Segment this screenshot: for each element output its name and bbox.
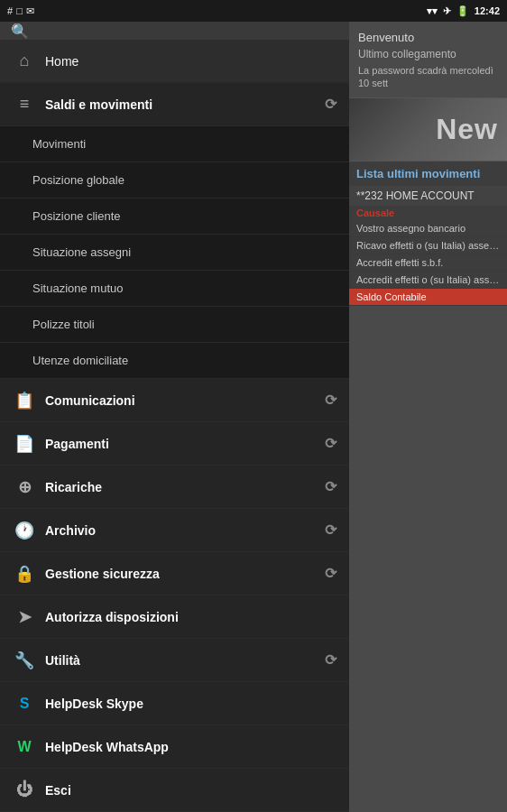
- nav-item-comunicazioni[interactable]: 📋 Comunicazioni ⟳: [0, 379, 349, 422]
- icon-hash: #: [7, 5, 13, 16]
- nav-label-utilita: Utilità: [45, 653, 335, 668]
- pagamenti-badge: ⟳: [325, 435, 336, 452]
- status-left-icons: # □ ✉: [7, 5, 34, 17]
- skype-icon: S: [14, 696, 34, 712]
- nav-label-posizione-globale: Posizione globale: [32, 173, 335, 187]
- status-right-icons: ▾▾ ✈ 🔋 12:42: [427, 5, 500, 17]
- nav-item-whatsapp[interactable]: W HelpDesk WhatsApp: [0, 725, 349, 769]
- utilita-icon: 🔧: [14, 651, 34, 670]
- icon-envelope: ✉: [26, 5, 34, 17]
- gestione-sicurezza-icon: 🔒: [14, 564, 34, 584]
- causale-header: Causale: [349, 206, 507, 220]
- nav-label-skype: HelpDesk Skype: [45, 697, 335, 711]
- status-bar: # □ ✉ ▾▾ ✈ 🔋 12:42: [0, 0, 507, 22]
- wifi-icon: ▾▾: [427, 5, 438, 17]
- movement-item-2[interactable]: Accredit effetti s.b.f.: [349, 254, 507, 272]
- archivio-badge: ⟳: [325, 521, 336, 539]
- nav-sub-movimenti[interactable]: Movimenti: [0, 126, 349, 162]
- battery-icon: 🔋: [456, 5, 469, 17]
- account-label: **232 HOME ACCOUNT: [349, 186, 507, 206]
- movement-item-0[interactable]: Vostro assegno bancario: [349, 220, 507, 237]
- movements-title: Lista ultimi movimenti: [349, 161, 507, 186]
- movements-section: Lista ultimi movimenti **232 HOME ACCOUN…: [349, 161, 507, 812]
- icon-square: □: [16, 5, 23, 16]
- nav-sub-polizze-titoli[interactable]: Polizze titoli: [0, 307, 349, 343]
- airplane-icon: ✈: [443, 5, 451, 17]
- archivio-icon: 🕐: [14, 521, 34, 540]
- new-banner-text: New: [436, 113, 498, 146]
- nav-label-polizze-titoli: Polizze titoli: [32, 318, 335, 331]
- nav-item-home[interactable]: ⌂ Home: [0, 40, 349, 83]
- nav-item-saldi[interactable]: ≡ Saldi e movimenti ⟳: [0, 83, 349, 126]
- pagamenti-icon: 📄: [14, 434, 34, 454]
- last-login-text: Ultimo collegamento: [358, 48, 498, 60]
- nav-item-utilita[interactable]: 🔧 Utilità ⟳: [0, 639, 349, 682]
- comunicazioni-icon: 📋: [14, 391, 34, 411]
- new-banner: New: [349, 98, 507, 161]
- password-warning-text: La password scadrà mercoledì 10 sett: [358, 64, 498, 90]
- saldi-badge: ⟳: [325, 96, 336, 113]
- welcome-text: Benvenuto: [358, 31, 498, 44]
- left-panel: 🔍 ⌂ Home ≡ Saldi e movimenti ⟳ Movimenti…: [0, 22, 349, 812]
- movement-item-1[interactable]: Ricavo effetti o (su Italia) assegni n..…: [349, 237, 507, 254]
- saldi-icon: ≡: [14, 95, 34, 114]
- search-input[interactable]: [36, 23, 338, 38]
- time-display: 12:42: [475, 5, 500, 16]
- nav-item-skype[interactable]: S HelpDesk Skype: [0, 682, 349, 725]
- nav-item-ricariche[interactable]: ⊕ Ricariche ⟳: [0, 466, 349, 509]
- right-top-section: Benvenuto Ultimo collegamento La passwor…: [349, 22, 507, 98]
- nav-item-gestione-sicurezza[interactable]: 🔒 Gestione sicurezza ⟳: [0, 552, 349, 595]
- nav-label-esci: Esci: [45, 783, 335, 798]
- whatsapp-icon: W: [14, 739, 34, 755]
- nav-label-comunicazioni: Comunicazioni: [45, 393, 335, 408]
- movement-item-4[interactable]: Saldo Contabile: [349, 289, 507, 306]
- nav-label-home: Home: [45, 54, 335, 69]
- nav-sub-utenze-domiciliate[interactable]: Utenze domiciliate: [0, 343, 349, 379]
- utilita-badge: ⟳: [325, 651, 336, 669]
- autorizza-icon: ➤: [14, 607, 34, 627]
- nav-sub-situazione-assegni[interactable]: Situazione assegni: [0, 235, 349, 271]
- ricariche-icon: ⊕: [14, 477, 34, 497]
- home-icon: ⌂: [14, 51, 34, 70]
- nav-label-movimenti: Movimenti: [32, 137, 335, 151]
- nav-sub-posizione-globale[interactable]: Posizione globale: [0, 162, 349, 198]
- nav-sub-posizione-cliente[interactable]: Posizione cliente: [0, 198, 349, 235]
- nav-label-gestione-sicurezza: Gestione sicurezza: [45, 567, 335, 581]
- nav-item-pagamenti[interactable]: 📄 Pagamenti ⟳: [0, 422, 349, 466]
- right-panel: Benvenuto Ultimo collegamento La passwor…: [349, 22, 507, 812]
- nav-label-situazione-mutuo: Situazione mutuo: [32, 281, 335, 295]
- nav-sub-situazione-mutuo[interactable]: Situazione mutuo: [0, 271, 349, 307]
- nav-label-ricariche: Ricariche: [45, 480, 335, 494]
- ricariche-badge: ⟳: [325, 478, 336, 495]
- main-layout: 🔍 ⌂ Home ≡ Saldi e movimenti ⟳ Movimenti…: [0, 22, 507, 812]
- nav-label-autorizza: Autorizza disposizioni: [45, 610, 335, 624]
- nav-label-archivio: Archivio: [45, 523, 335, 538]
- nav-item-autorizza[interactable]: ➤ Autorizza disposizioni: [0, 595, 349, 639]
- nav-item-esci[interactable]: ⏻ Esci: [0, 769, 349, 812]
- esci-icon: ⏻: [14, 780, 34, 799]
- nav-label-whatsapp: HelpDesk WhatsApp: [45, 740, 335, 754]
- nav-label-situazione-assegni: Situazione assegni: [32, 245, 335, 259]
- nav-item-archivio[interactable]: 🕐 Archivio ⟳: [0, 509, 349, 552]
- search-bar[interactable]: 🔍: [0, 22, 349, 40]
- nav-label-saldi: Saldi e movimenti: [45, 97, 335, 112]
- gestione-sicurezza-badge: ⟳: [325, 565, 336, 582]
- nav-label-pagamenti: Pagamenti: [45, 437, 335, 451]
- movement-item-3[interactable]: Accredit effetti o (su Italia) assegni i…: [349, 272, 507, 289]
- nav-label-utenze-domiciliate: Utenze domiciliate: [32, 354, 335, 367]
- nav-label-posizione-cliente: Posizione cliente: [32, 209, 335, 223]
- comunicazioni-badge: ⟳: [325, 392, 336, 409]
- search-icon: 🔍: [11, 23, 29, 40]
